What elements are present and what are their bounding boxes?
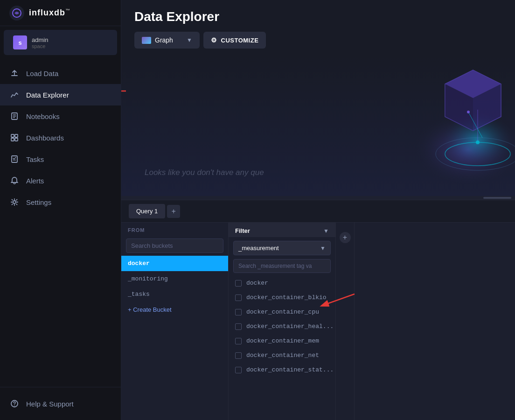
svg-rect-6 (15, 134, 18, 137)
plus-panel: + (336, 223, 355, 420)
sidebar-item-alerts[interactable]: Alerts (0, 170, 121, 191)
sidebar-item-notebooks[interactable]: Notebooks (0, 105, 121, 127)
tag-name: docker_container_blkio (246, 294, 327, 301)
query-tabs: Query 1 + (121, 200, 515, 223)
gear-icon: ⚙ (211, 36, 217, 44)
chevron-down-icon[interactable]: ▼ (323, 228, 329, 234)
graph-dropdown-button[interactable]: Graph ▼ (134, 32, 200, 49)
sidebar-item-dashboards[interactable]: Dashboards (0, 127, 121, 148)
sidebar-item-load-data[interactable]: Load Data (0, 63, 121, 84)
tag-name: docker_container_net (246, 352, 319, 359)
svg-rect-7 (11, 138, 14, 141)
chevron-down-icon: ▼ (320, 245, 326, 252)
customize-label: CUSTOMIZE (221, 37, 259, 44)
graph-icon (142, 37, 151, 44)
notebook-icon (9, 111, 20, 121)
dashboard-icon (9, 133, 20, 143)
sidebar-item-label: Settings (26, 198, 51, 206)
viz-decoration (384, 56, 515, 196)
bell-icon (9, 175, 20, 186)
query-tab-1[interactable]: Query 1 (129, 204, 165, 218)
add-filter-button[interactable]: + (340, 232, 351, 243)
measurement-dropdown[interactable]: _measurement ▼ (233, 241, 331, 255)
create-bucket-button[interactable]: + Create Bucket (121, 302, 228, 317)
list-item[interactable]: docker_container_heal... (229, 319, 335, 334)
search-buckets-input[interactable] (126, 238, 223, 253)
page-title: Data Explorer (134, 9, 502, 24)
svg-rect-5 (11, 134, 14, 137)
nav-items: Load Data Data Explorer Notebooks (0, 59, 121, 387)
sidebar-item-label: Dashboards (26, 134, 64, 142)
upload-icon (9, 68, 20, 78)
page-header: Data Explorer Graph ▼ ⚙ CUSTOMIZE (121, 0, 515, 56)
list-item[interactable]: docker_container_cpu (229, 305, 335, 319)
tag-checkbox[interactable] (235, 352, 242, 359)
sidebar-item-label: Help & Support (26, 400, 74, 408)
list-item[interactable]: docker (229, 276, 335, 290)
svg-point-13 (14, 406, 15, 406)
user-space: space (32, 43, 48, 49)
tag-checkbox[interactable] (235, 280, 242, 287)
viz-empty-message: Looks like you don't have any que (145, 168, 264, 177)
bucket-list: docker _monitoring _tasks + Create Bucke… (121, 256, 228, 420)
sidebar-item-tasks[interactable]: Tasks (0, 148, 121, 170)
logo-text: influxdb™ (29, 8, 70, 18)
tag-name: docker_container_stat... (246, 366, 334, 373)
bucket-item-tasks[interactable]: _tasks (121, 287, 228, 302)
list-item[interactable]: docker_container_blkio (229, 290, 335, 305)
svg-point-25 (476, 140, 480, 144)
measurement-value: _measurement (238, 245, 279, 252)
measurement-search-wrapper (233, 259, 331, 273)
tag-name: docker_container_cpu (246, 308, 319, 315)
sidebar-logo: influxdb™ (0, 0, 121, 26)
tag-checkbox[interactable] (235, 294, 242, 301)
list-item[interactable]: docker_container_stat... (229, 363, 335, 377)
tag-name: docker_container_heal... (246, 323, 334, 330)
list-item[interactable]: docker_container_mem (229, 334, 335, 348)
tag-checkbox[interactable] (235, 309, 242, 315)
sidebar: influxdb™ s admin space Load Data (0, 0, 121, 420)
filter-label: Filter (235, 227, 250, 234)
help-icon (9, 399, 20, 409)
scroll-indicator (121, 196, 515, 200)
sidebar-item-label: Alerts (26, 177, 44, 185)
svg-point-11 (13, 201, 16, 203)
user-name: admin (32, 36, 48, 43)
tag-name: docker (246, 280, 268, 287)
influxdb-logo-icon (9, 6, 24, 21)
bucket-item-docker[interactable]: docker (121, 256, 228, 271)
user-section[interactable]: s admin space (4, 30, 117, 55)
filter-header: Filter ▼ (229, 223, 335, 237)
add-query-tab-button[interactable]: + (167, 205, 180, 218)
sidebar-item-data-explorer[interactable]: Data Explorer (0, 84, 121, 105)
filter-panel: Filter ▼ _measurement ▼ docker (229, 223, 336, 420)
gear-icon (9, 197, 20, 207)
measurement-search-input[interactable] (233, 259, 331, 273)
list-item[interactable]: docker_container_net (229, 348, 335, 363)
viz-graphic (384, 56, 515, 196)
scroll-bar[interactable] (483, 197, 511, 199)
sidebar-item-label: Tasks (26, 155, 44, 163)
tag-checkbox[interactable] (235, 323, 242, 330)
from-panel-label: FROM (121, 223, 228, 236)
query-builder: FROM docker _monitoring _tasks + Create … (121, 223, 515, 420)
tag-checkbox[interactable] (235, 338, 242, 344)
sidebar-item-settings[interactable]: Settings (0, 191, 121, 213)
visualization-area: Looks like you don't have any que (121, 56, 515, 196)
avatar: s (13, 35, 27, 49)
tag-checkbox[interactable] (235, 367, 242, 373)
customize-button[interactable]: ⚙ CUSTOMIZE (203, 32, 266, 49)
sidebar-item-label: Load Data (26, 70, 58, 77)
sidebar-item-help-support[interactable]: Help & Support (0, 393, 121, 414)
svg-rect-8 (15, 138, 18, 141)
chart-icon (9, 90, 20, 100)
tasks-icon (9, 154, 20, 164)
from-panel: FROM docker _monitoring _tasks + Create … (121, 223, 229, 420)
svg-point-26 (467, 111, 470, 113)
query-section: Query 1 + FROM docker _monitoring _tasks… (121, 200, 515, 420)
bucket-item-monitoring[interactable]: _monitoring (121, 271, 228, 287)
toolbar: Graph ▼ ⚙ CUSTOMIZE (134, 32, 502, 49)
graph-button-label: Graph (155, 36, 173, 44)
main-content: Data Explorer Graph ▼ ⚙ CUSTOMIZE Looks … (121, 0, 515, 420)
sidebar-item-label: Data Explorer (26, 91, 69, 99)
